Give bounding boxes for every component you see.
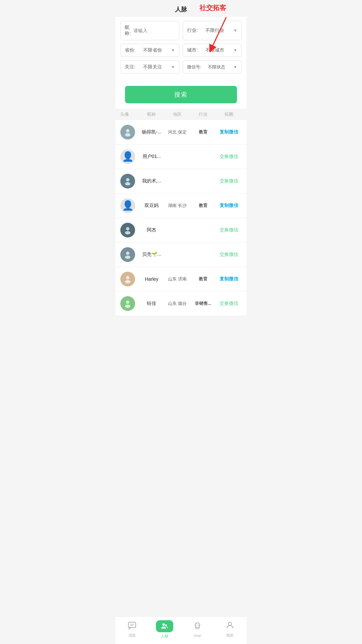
nav-label-chat: chat [194, 634, 201, 638]
messages-icon [128, 621, 136, 632]
social-label: 社交拓客 [199, 3, 226, 12]
svg-point-22 [229, 623, 232, 626]
user-name: 杨得凯-... [139, 129, 165, 135]
svg-point-16 [163, 624, 165, 626]
profile-icon [226, 621, 234, 632]
follow-filter[interactable]: 关注: 不限关注 ▼ [120, 60, 179, 74]
industry-label: 行业: [187, 28, 198, 34]
nickname-input[interactable] [133, 28, 175, 33]
col-action: 拓圈 [216, 111, 242, 117]
action-button[interactable]: 交换微信 [216, 301, 242, 307]
avatar [120, 272, 135, 286]
wechat-value: 不限状态 [208, 64, 225, 70]
contacts-icon [156, 620, 173, 632]
user-name: 贝壳🌱... [139, 252, 165, 258]
col-industry: 行业 [190, 111, 216, 117]
user-region: 山东 烟台 [165, 301, 190, 307]
industry-chevron-icon: ▼ [233, 28, 237, 33]
avatar: 👤 [120, 149, 135, 164]
action-button[interactable]: 交换微信 [216, 178, 242, 184]
svg-point-6 [125, 231, 130, 234]
user-list: 杨得凯-... 河北 保定 教育 复制微信 👤 用户01... 交换微信 我的术… [116, 120, 246, 316]
avatar [120, 125, 135, 140]
user-name: Harley [139, 276, 165, 282]
svg-point-3 [126, 178, 129, 181]
table-row: Harley 山东 济南 教育 复制微信 [116, 267, 246, 291]
table-row: 阿杰 交换微信 [116, 218, 246, 243]
svg-point-19 [196, 625, 196, 625]
action-button[interactable]: 复制微信 [216, 276, 242, 282]
svg-point-10 [125, 280, 130, 283]
avatar [120, 296, 135, 311]
svg-rect-13 [128, 622, 136, 628]
action-button[interactable]: 复制微信 [216, 129, 242, 135]
table-row: 钰佳 山东 烟台 非销售... 交换微信 [116, 291, 246, 316]
search-button[interactable]: 搜索 [125, 86, 237, 103]
table-row: 👤 用户01... 交换微信 [116, 145, 246, 169]
nav-item-contacts[interactable]: 人脉 [148, 620, 181, 639]
action-button[interactable]: 交换微信 [216, 227, 242, 233]
city-value: 不限城市 [205, 47, 224, 53]
col-nickname: 昵称 [139, 111, 165, 117]
user-name: 我的术,... [139, 178, 165, 184]
wechat-chevron-icon: ▼ [233, 65, 237, 69]
nav-item-messages[interactable]: 消息 [116, 621, 148, 638]
follow-value: 不限关注 [143, 64, 162, 70]
table-row: 杨得凯-... 河北 保定 教育 复制微信 [116, 120, 246, 145]
table-row: 我的术,... 交换微信 [116, 169, 246, 194]
action-button[interactable]: 复制微信 [216, 203, 242, 209]
city-label: 城市: [187, 47, 198, 53]
user-region: 湖南 长沙 [165, 203, 190, 209]
province-label: 省份: [125, 47, 135, 53]
svg-point-12 [125, 305, 130, 308]
chat-icon [193, 622, 202, 632]
user-name: 钰佳 [139, 301, 165, 307]
col-region: 地区 [165, 111, 190, 117]
user-industry: 教育 [190, 203, 216, 209]
svg-point-2 [125, 133, 130, 137]
page-title: 人脉 [175, 6, 187, 13]
nav-label-messages: 消息 [128, 633, 136, 638]
avatar [120, 223, 135, 237]
nickname-filter[interactable]: 昵称: [120, 21, 179, 40]
svg-point-20 [197, 625, 198, 625]
city-filter[interactable]: 城市: 不限城市 ▼ [183, 44, 242, 57]
svg-point-21 [198, 625, 199, 625]
industry-filter[interactable]: 行业: 不限行业 ▼ [183, 21, 242, 40]
user-name: 双豆妈 [139, 203, 165, 209]
user-region: 河北 保定 [165, 129, 190, 135]
nav-item-profile[interactable]: 我的 [214, 621, 247, 638]
user-industry: 教育 [190, 129, 216, 135]
svg-point-1 [126, 129, 129, 132]
table-header: 头像 昵称 地区 行业 拓圈 [116, 109, 246, 120]
nickname-label: 昵称: [125, 24, 133, 37]
nav-item-chat[interactable]: chat [181, 622, 214, 638]
city-chevron-icon: ▼ [233, 48, 237, 53]
wechat-label: 微信号: [187, 64, 201, 70]
col-avatar: 头像 [120, 111, 139, 117]
industry-value: 不限行业 [205, 28, 224, 34]
svg-point-5 [126, 227, 129, 230]
wechat-filter[interactable]: 微信号: 不限状态 ▼ [183, 60, 242, 74]
user-region: 山东 济南 [165, 276, 190, 282]
svg-point-17 [165, 625, 167, 626]
svg-point-11 [126, 301, 129, 304]
svg-point-8 [125, 256, 130, 259]
user-name: 阿杰 [139, 227, 165, 233]
bottom-nav: 消息 人脉 chat [116, 616, 246, 644]
action-button[interactable]: 交换微信 [216, 252, 242, 258]
svg-point-4 [125, 182, 130, 185]
filter-panel: 昵称: 行业: 不限行业 ▼ 省份: 不限省份 ▼ 城市: 不限城市 ▼ 关注:… [116, 17, 246, 78]
table-row: 👤 双豆妈 湖南 长沙 教育 复制微信 [116, 194, 246, 218]
nav-label-profile: 我的 [226, 633, 234, 638]
action-button[interactable]: 交换微信 [216, 154, 242, 160]
page-header: 人脉 社交拓客 [116, 0, 246, 17]
province-chevron-icon: ▼ [171, 48, 175, 53]
province-filter[interactable]: 省份: 不限省份 ▼ [120, 44, 179, 57]
user-name: 用户01... [139, 154, 165, 160]
user-industry: 教育 [190, 276, 216, 282]
table-row: 贝壳🌱... 交换微信 [116, 243, 246, 267]
svg-point-9 [126, 276, 129, 279]
province-value: 不限省份 [143, 47, 162, 53]
follow-label: 关注: [125, 64, 135, 70]
